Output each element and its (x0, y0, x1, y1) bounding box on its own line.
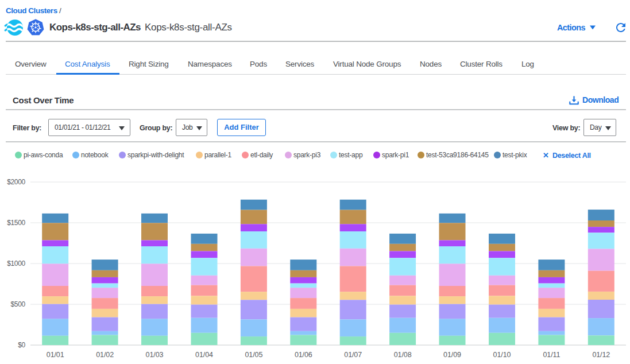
svg-text:01/08: 01/08 (394, 351, 412, 359)
svg-text:$1000: $1000 (7, 260, 25, 268)
svg-text:01/02: 01/02 (96, 351, 114, 359)
svg-text:01/04: 01/04 (195, 351, 213, 359)
svg-text:$500: $500 (11, 300, 26, 308)
svg-text:01/12: 01/12 (592, 351, 610, 359)
svg-text:$1500: $1500 (7, 219, 25, 227)
svg-text:01/05: 01/05 (245, 351, 263, 359)
svg-text:$0: $0 (18, 341, 25, 349)
svg-text:01/10: 01/10 (493, 351, 511, 359)
svg-text:01/09: 01/09 (443, 351, 461, 359)
svg-text:01/03: 01/03 (146, 351, 164, 359)
svg-text:$2000: $2000 (7, 178, 25, 186)
svg-text:01/01: 01/01 (47, 351, 64, 359)
svg-text:01/07: 01/07 (344, 351, 362, 359)
svg-text:01/06: 01/06 (295, 351, 312, 359)
svg-text:01/11: 01/11 (543, 351, 560, 359)
